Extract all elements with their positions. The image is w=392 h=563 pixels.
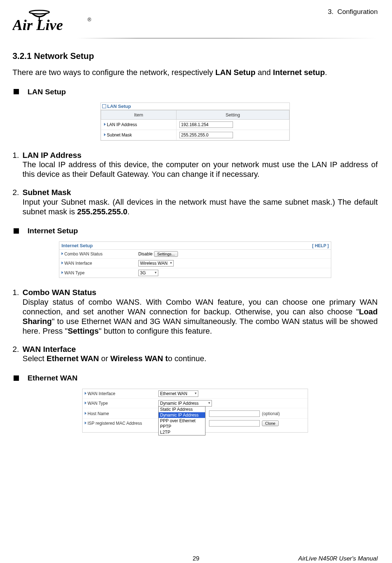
svg-text:®: ® <box>88 17 91 23</box>
manual-title: AirLive N450R User's Manual <box>298 555 378 562</box>
list-item: LAN IP Address The local IP address of t… <box>13 151 378 179</box>
bullet-label: LAN Setup <box>28 88 66 96</box>
triangle-icon <box>85 422 86 424</box>
bullet-label: Ethernet WAN <box>28 374 78 382</box>
bullet-internet-setup: Internet Setup <box>13 226 378 235</box>
subnet-mask-input[interactable]: 255.255.255.0 <box>179 132 233 138</box>
square-bullet-icon <box>14 228 19 234</box>
lan-setup-screenshot: LAN Setup Item Setting LAN IP Address 19… <box>100 103 290 141</box>
bullet-lan-setup: LAN Setup <box>13 88 378 96</box>
logo: Air Live ® <box>13 7 95 35</box>
eth-wan-interface-select[interactable]: Ethernet WAN <box>158 390 198 397</box>
settings-button[interactable]: Settings... <box>154 251 178 257</box>
breadcrumb: 3. Configuration <box>328 7 378 16</box>
triangle-icon <box>104 123 106 126</box>
combo-status-value: Disable <box>138 251 153 256</box>
triangle-icon <box>85 392 86 395</box>
col-item: Item <box>101 110 177 119</box>
isp-mac-input[interactable] <box>209 420 260 427</box>
svg-text:Air Live: Air Live <box>13 17 63 33</box>
dropdown-option[interactable]: PPTP <box>159 424 205 429</box>
wan-interface-select[interactable]: Wireless WAN <box>138 260 174 266</box>
table-row: Subnet Mask 255.255.255.0 <box>101 130 289 140</box>
triangle-icon <box>85 402 86 404</box>
col-setting: Setting <box>176 110 289 119</box>
list-item: Combo WAN Status Display status of combo… <box>13 288 378 336</box>
clone-button[interactable]: Clone <box>262 420 279 426</box>
dropdown-option[interactable]: PPP over Ethernet <box>159 418 205 424</box>
header-divider <box>77 38 378 39</box>
internet-setup-screenshot: Internet Setup [ HELP ] Combo WAN Status… <box>59 241 331 278</box>
list-item: WAN Interface Select Ethernet WAN or Wir… <box>13 345 378 364</box>
panel-title-lan: LAN Setup <box>101 103 289 110</box>
triangle-icon <box>104 133 106 136</box>
panel-title-internet: Internet Setup <box>61 243 93 248</box>
table-row: LAN IP Address 192.168.1.254 <box>101 119 289 130</box>
triangle-icon <box>85 412 86 415</box>
host-name-input[interactable] <box>209 410 260 417</box>
optional-note: (optional) <box>262 411 280 416</box>
square-bullet-icon <box>14 375 19 381</box>
list-item: Subnet Mask Input your Subnet mask. (All… <box>13 188 378 216</box>
lan-ip-input[interactable]: 192.168.1.254 <box>179 121 233 128</box>
bullet-label: Internet Setup <box>28 226 78 235</box>
dropdown-option[interactable]: Static IP Address <box>159 407 205 412</box>
dropdown-option[interactable]: Dynamic IP Address <box>159 412 205 418</box>
bullet-ethernet-wan: Ethernet WAN <box>13 374 378 382</box>
section-heading: 3.2.1 Network Setup <box>13 51 378 61</box>
triangle-icon <box>61 252 63 255</box>
page-number: 29 <box>193 555 199 562</box>
ethernet-wan-screenshot: WAN Interface Ethernet WAN WAN Type Dyna… <box>82 389 308 433</box>
triangle-icon <box>61 271 63 274</box>
dropdown-option[interactable]: L2TP <box>159 429 205 435</box>
square-bullet-icon <box>14 89 19 94</box>
eth-wan-type-select[interactable]: Dynamic IP Address <box>158 400 212 407</box>
wan-type-dropdown[interactable]: Static IP AddressDynamic IP AddressPPP o… <box>158 406 205 435</box>
help-link[interactable]: [ HELP ] <box>312 243 329 248</box>
triangle-icon <box>61 261 63 264</box>
wan-type-select[interactable]: 3G <box>138 270 158 276</box>
intro-text: There are two ways to configure the netw… <box>13 68 378 78</box>
